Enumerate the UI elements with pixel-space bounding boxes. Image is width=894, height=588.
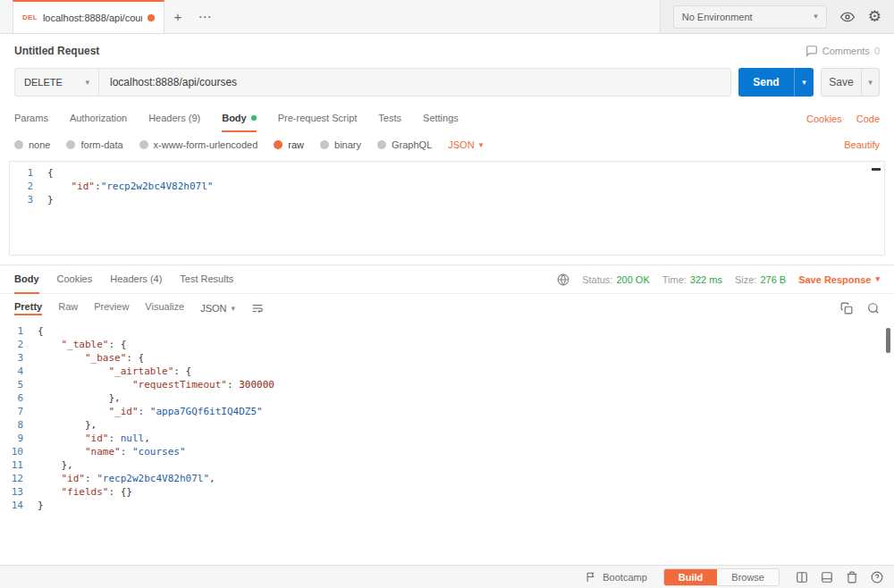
environment-label: No Environment (682, 12, 753, 22)
code-text: "_airtable": { (38, 365, 191, 378)
tab-settings[interactable]: Settings (423, 105, 459, 132)
settings-gear-icon[interactable]: ⚙ (868, 9, 881, 24)
body-type-binary[interactable]: binary (320, 139, 361, 150)
comments-button[interactable]: Comments 0 (805, 45, 880, 57)
response-header: Body Cookies Headers (4) Test Results St… (0, 265, 894, 294)
body-type-none[interactable]: none (14, 139, 50, 150)
tab-body[interactable]: Body (222, 105, 257, 132)
body-type-x-www-form-urlencoded[interactable]: x-www-form-urlencoded (139, 139, 258, 150)
raw-format-label: JSON (448, 139, 474, 150)
comment-bubble-icon (805, 45, 818, 57)
code-text: { (47, 166, 54, 180)
line-number: 11 (0, 458, 38, 472)
save-options-button[interactable]: ▾ (861, 69, 879, 96)
code-line: 6 }, (0, 391, 894, 405)
code-text: "fields": {} (38, 485, 132, 499)
build-toggle[interactable]: Build (664, 569, 718, 585)
footer-bar: Bootcamp Build Browse (0, 565, 894, 588)
save-button[interactable]: Save (822, 69, 861, 96)
wrap-lines-icon[interactable] (251, 302, 264, 315)
body-type-label: binary (334, 139, 361, 150)
radio-icon (66, 140, 75, 149)
raw-format-selector[interactable]: JSON ▾ (448, 139, 483, 150)
view-raw[interactable]: Raw (58, 301, 78, 315)
request-tab[interactable]: DEL localhost:8888/api/courses (13, 0, 164, 33)
response-tab-body[interactable]: Body (14, 265, 39, 294)
line-number: 8 (0, 418, 38, 432)
environment-quick-look-icon[interactable] (840, 10, 855, 24)
new-tab-button[interactable]: + (164, 0, 191, 33)
response-tab-test-results[interactable]: Test Results (180, 265, 233, 294)
tab-headers[interactable]: Headers (9) (148, 105, 200, 132)
help-icon[interactable] (871, 571, 883, 584)
postman-window: DEL localhost:8888/api/courses + ⋯ No En… (0, 0, 894, 588)
body-type-label: x-www-form-urlencoded (154, 139, 258, 150)
copy-icon[interactable] (840, 302, 853, 315)
editor-scrollbar[interactable] (872, 168, 881, 171)
method-label: DELETE (24, 77, 63, 88)
body-type-raw[interactable]: raw (274, 139, 304, 150)
code-line: 11 }, (0, 458, 894, 472)
size-pair: Size: 276 B (735, 274, 786, 285)
send-options-button[interactable]: ▾ (794, 68, 814, 97)
console-panel-icon[interactable] (821, 571, 833, 584)
body-type-form-data[interactable]: form-data (66, 139, 122, 150)
tab-method-label: DEL (22, 13, 38, 21)
search-icon[interactable] (867, 302, 880, 315)
response-body-viewer[interactable]: 1{2 "_table": {3 "_base": {4 "_airtable"… (0, 321, 894, 512)
code-line: 5 "requestTimeout": 300000 (0, 378, 894, 391)
response-format-selector[interactable]: JSON ▾ (200, 303, 235, 314)
browse-toggle[interactable]: Browse (717, 569, 779, 585)
code-text: }, (38, 391, 121, 405)
environment-selector[interactable]: No Environment ▾ (673, 5, 827, 29)
url-value: localhost:8888/api/courses (110, 76, 237, 88)
save-response-label: Save Response (798, 274, 871, 285)
build-browse-toggle: Build Browse (663, 568, 780, 586)
response-scrollbar[interactable] (886, 328, 890, 353)
body-type-graphql[interactable]: GraphQL (377, 139, 432, 150)
bootcamp-label: Bootcamp (603, 572, 647, 583)
chevron-down-icon: ▾ (85, 79, 89, 87)
tab-authorization[interactable]: Authorization (70, 105, 127, 132)
code-text: "id": "recp2w2bc4V82h07l", (38, 472, 215, 485)
send-button[interactable]: Send (738, 68, 794, 97)
radio-selected-icon (274, 140, 283, 149)
response-meta: Status: 200 OK Time: 322 ms Size: 276 B … (557, 273, 880, 286)
body-type-label: GraphQL (392, 139, 432, 150)
two-pane-view-icon[interactable] (796, 571, 808, 584)
trash-icon[interactable] (846, 571, 858, 584)
body-type-label: raw (288, 139, 304, 150)
time-value: 322 ms (690, 274, 722, 285)
request-body-editor[interactable]: 1{2 "id":"recp2w2bc4V82h07l"3} (9, 161, 885, 256)
code-text: "id":"recp2w2bc4V82h07l" (47, 180, 213, 193)
code-line: 13 "fields": {} (0, 485, 894, 499)
url-input[interactable]: localhost:8888/api/courses (99, 69, 730, 96)
response-tab-cookies[interactable]: Cookies (57, 265, 93, 294)
tab-menu-button[interactable]: ⋯ (191, 0, 218, 33)
code-line: 1{ (0, 324, 894, 338)
time-label: Time: (662, 274, 687, 285)
tab-tests[interactable]: Tests (378, 105, 401, 132)
save-response-button[interactable]: Save Response ▾ (798, 274, 880, 285)
code-line: 4 "_airtable": { (0, 365, 894, 378)
network-globe-icon[interactable] (557, 273, 569, 286)
view-pretty[interactable]: Pretty (14, 301, 42, 315)
response-tab-headers[interactable]: Headers (4) (110, 265, 162, 294)
code-link[interactable]: Code (856, 113, 880, 124)
code-line: 7 "_id": "appa7GQf6itIQ4DZ5" (0, 405, 894, 418)
body-type-row: none form-data x-www-form-urlencoded raw… (0, 132, 894, 159)
line-number: 1 (0, 324, 38, 338)
view-preview[interactable]: Preview (94, 301, 129, 315)
line-number: 9 (0, 432, 38, 445)
view-visualize[interactable]: Visualize (145, 301, 184, 315)
status-pair: Status: 200 OK (582, 274, 650, 285)
tab-params[interactable]: Params (14, 105, 48, 132)
bootcamp-button[interactable]: Bootcamp (586, 571, 647, 583)
code-text: "name": "courses" (38, 445, 186, 458)
beautify-link[interactable]: Beautify (844, 139, 880, 150)
cookies-link[interactable]: Cookies (806, 113, 842, 124)
method-selector[interactable]: DELETE ▾ (15, 69, 99, 96)
tab-pre-request-script[interactable]: Pre-request Script (278, 105, 358, 132)
tab-url-label: localhost:8888/api/courses (43, 13, 142, 23)
line-number: 14 (0, 499, 38, 512)
